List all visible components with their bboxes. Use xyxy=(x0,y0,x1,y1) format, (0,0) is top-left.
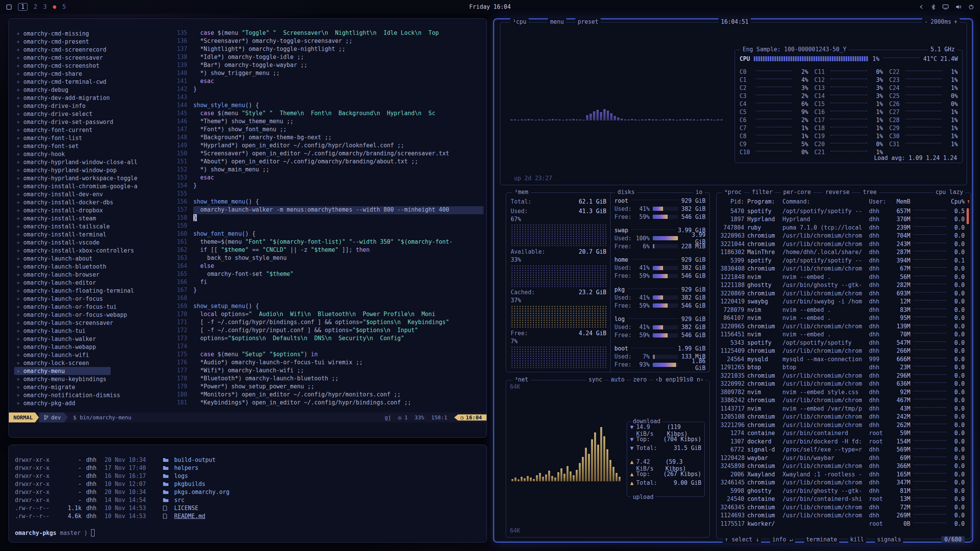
process-row[interactable]: 5998ghostty/usr/bin/ghostty --gtk-dhh81M… xyxy=(720,487,965,495)
file-list-item[interactable]: ∗omarchy-hyprland-window-close-all xyxy=(14,158,140,166)
file-list-item[interactable]: ∗omarchy-cmd-screensaver xyxy=(14,54,140,62)
process-row[interactable]: 1221848nvimnvim --embed .dhh56M0.0 xyxy=(720,273,965,281)
proc-terminate-button[interactable]: terminate xyxy=(804,536,839,543)
disks-io-toggle[interactable]: io xyxy=(693,189,705,196)
file-list-item[interactable]: ∗omarchy-launch-webapp xyxy=(14,343,140,351)
file-list-item[interactable]: ∗omarchy-drive-select xyxy=(14,110,140,118)
file-list-item[interactable]: ∗omarchy-install-terminal xyxy=(14,230,140,238)
process-row[interactable]: 1307dockerd/usr/bin/dockerd -H fd:root15… xyxy=(720,437,965,446)
process-row[interactable]: 1897HyprlandHyprlanddhh370M0.0 xyxy=(720,215,965,224)
file-list-item[interactable]: ∗omarchy-install-xbox-controllers xyxy=(14,246,140,254)
file-list-item[interactable]: ∗omarchy-install-steam xyxy=(14,214,140,222)
bluetooth-icon[interactable] xyxy=(931,4,936,10)
file-list-item[interactable]: ∗omarchy-hyprland-window-pop xyxy=(14,166,140,174)
process-row[interactable]: 3246345chromium/usr/lib/chromium/chromdh… xyxy=(720,503,965,512)
file-list-item[interactable]: ∗omarchy-migrate xyxy=(14,383,140,391)
process-row[interactable]: 1205108chromium/usr/lib/chromium/chromdh… xyxy=(720,413,965,421)
process-row[interactable]: 2006XwaylandXwayland :1 -rootless -dhh16… xyxy=(720,470,965,479)
file-list-item[interactable]: ∗omarchy-dev-add-migration xyxy=(14,94,140,102)
file-list-item[interactable]: ∗omarchy-install-dropbox xyxy=(14,206,140,214)
proc-info-button[interactable]: info ↵ xyxy=(770,536,795,543)
workspace-1[interactable]: 1 xyxy=(18,3,28,11)
file-list-item[interactable]: ∗omarchy-launch-wifi xyxy=(14,351,140,359)
process-row[interactable]: 1291265btopbtopdhh23M0.0 xyxy=(720,364,965,372)
proc-signals-button[interactable]: signals xyxy=(875,536,903,543)
file-list-item[interactable]: ∗omarchy-cmd-share xyxy=(14,70,140,78)
process-row[interactable]: 5470spotify/opt/spotify/spotify --dhh657… xyxy=(720,207,965,215)
process-row[interactable]: 864107nvimnvim --embed .dhh95M0.0 xyxy=(720,314,965,323)
net-sync-button[interactable]: sync xyxy=(586,376,604,383)
file-list-item[interactable]: ∗omarchy-cmd-terminal-cwd xyxy=(14,78,140,86)
process-row[interactable]: 1274containe/usr/bin/containerdroot59M0.… xyxy=(720,429,965,438)
proc-reverse-button[interactable]: reverse xyxy=(823,189,852,196)
process-row[interactable]: 5399spotify/opt/spotify/spotify --dhh394… xyxy=(720,256,965,265)
file-list-item[interactable]: ∗omarchy-launch-browser xyxy=(14,271,140,279)
file-list-item[interactable]: ∗omarchy-launch-screensaver xyxy=(14,319,140,327)
process-row[interactable]: 24564mysqldmysqld --max-connection999666… xyxy=(720,355,965,364)
file-list-item[interactable]: ∗omarchy-hyprland-workspace-toggle xyxy=(14,174,140,182)
file-list-item[interactable]: ∗omarchy-drive-set-password xyxy=(14,118,140,126)
code-editor[interactable]: 135 case $(menu "Toggle" " Screensaver\n… xyxy=(171,29,483,407)
display-icon[interactable] xyxy=(942,4,949,10)
file-list-item[interactable]: ∗omarchy-launch-tui xyxy=(14,327,140,335)
file-list-item[interactable]: ∗omarchy-menu-keybindings xyxy=(14,375,140,383)
btop-preset-button[interactable]: preset xyxy=(575,18,601,25)
file-list-item[interactable]: ∗omarchy-font-current xyxy=(14,126,140,134)
process-row[interactable]: 1220428waybar/usr/bin/waybardhh69M0.0 xyxy=(720,454,965,462)
proc-tree-button[interactable]: tree xyxy=(861,189,879,196)
process-row[interactable]: 1143717nvimnvim --embed /var/tmp/pdhh43M… xyxy=(720,404,965,413)
proc-scroll-up-icon[interactable]: ↑ xyxy=(967,198,970,205)
process-row[interactable]: 1124693chromium/usr/lib/chromium/chromdh… xyxy=(720,512,965,520)
memory-box-title[interactable]: ²mem xyxy=(512,189,531,196)
file-list-item[interactable]: ∗omarchy-install-chromium-google-a xyxy=(14,182,140,190)
btop-menu-button[interactable]: menu xyxy=(548,18,566,25)
process-row[interactable]: 1220419swaybg/usr/bin/swaybg -i /homdhh1… xyxy=(720,298,965,306)
process-row[interactable]: 3221035chromium/usr/lib/chromium/chromdh… xyxy=(720,372,965,380)
file-list-item[interactable]: ∗omarchy-install-tailscale xyxy=(14,222,140,230)
process-row[interactable]: 1175517kworker/root0B0.0 xyxy=(720,520,965,528)
file-list-item[interactable]: ∗omarchy-launch-or-focus xyxy=(14,295,140,303)
file-list-item[interactable]: ∗omarchy-launch-or-focus-webapp xyxy=(14,311,140,319)
workspace-2[interactable]: 2 xyxy=(34,3,37,10)
process-row[interactable]: 3220965chromium/usr/lib/chromium/chromdh… xyxy=(720,322,965,331)
process-row[interactable]: 747804rubypuma 7.1.0 (tcp://localdhh239M… xyxy=(720,223,965,232)
process-row[interactable]: 3220992chromium/usr/lib/chromium/chromdh… xyxy=(720,380,965,388)
volume-icon[interactable] xyxy=(956,4,962,10)
file-list-item[interactable]: ∗omarchy-notification-dismiss xyxy=(14,391,140,399)
file-list-item[interactable]: ∗omarchy-menu xyxy=(14,367,111,375)
workspace-3[interactable]: 3 xyxy=(43,3,47,10)
process-row[interactable]: 3386242chromium/usr/lib/chromium/chromdh… xyxy=(720,396,965,405)
file-list-item[interactable]: ∗omarchy-install-dev-env xyxy=(14,190,140,198)
proc-filter-button[interactable]: filter xyxy=(750,189,775,196)
process-table-header[interactable]: Pid: Program: Command: User: MemB Cpu% xyxy=(720,198,965,205)
workspace-5[interactable]: 5 xyxy=(62,3,66,10)
file-list-item[interactable]: ∗omarchy-drive-info xyxy=(14,102,140,110)
file-list-item[interactable]: ∗omarchy-install-vscode xyxy=(14,238,140,246)
interval-increase-button[interactable]: + xyxy=(954,18,957,25)
file-list-item[interactable]: ∗omarchy-launch-or-focus-tui xyxy=(14,303,140,311)
net-zero-button[interactable]: zero xyxy=(631,376,648,383)
proc-scrollbar-thumb[interactable] xyxy=(967,208,969,224)
net-auto-button[interactable]: auto xyxy=(609,376,626,383)
file-list-item[interactable]: ∗omarchy-launch-floating-terminal xyxy=(14,287,140,295)
power-icon[interactable] xyxy=(969,4,974,10)
file-list-item[interactable]: ∗omarchy-pkg-add xyxy=(14,399,140,407)
process-row[interactable]: 3220963chromium/usr/lib/chromium/chromdh… xyxy=(720,232,965,240)
proc-sort-selector[interactable]: cpu lazy xyxy=(933,189,965,196)
proc-select-button[interactable]: ↑ select ↓ xyxy=(723,536,761,543)
file-list-item[interactable]: ∗omarchy-font-set xyxy=(14,142,140,150)
process-row[interactable]: 728079nvimnvim --embed .dhh83M0.0 xyxy=(720,306,965,314)
process-row[interactable]: 1221188ghostty/usr/bin/ghostty --gtk-dhh… xyxy=(720,281,965,290)
file-list-item[interactable]: ∗omarchy-launch-walker xyxy=(14,335,140,343)
process-row[interactable]: 1186302MainThre/home/dhh/.local/share/dh… xyxy=(720,248,965,257)
process-row[interactable]: 3221044chromium/usr/lib/chromium/chromdh… xyxy=(720,240,965,248)
process-row[interactable]: 24540containe/usr/bin/containerd-shiroot… xyxy=(720,495,965,504)
net-interface-switcher[interactable]: ‹b enp191s0 n› xyxy=(653,376,706,383)
file-list-item[interactable]: ∗omarchy-install-docker-dbs xyxy=(14,198,140,206)
proc-kill-button[interactable]: kill xyxy=(848,536,866,543)
file-list-item[interactable]: ∗omarchy-hook xyxy=(14,150,140,158)
file-list-item[interactable]: ∗omarchy-font-list xyxy=(14,134,140,142)
interval-decrease-button[interactable]: - xyxy=(924,18,928,25)
file-list-item[interactable]: ∗omarchy-launch-editor xyxy=(14,279,140,287)
process-row[interactable]: 3221296chromium/usr/lib/chromium/chromdh… xyxy=(720,421,965,429)
